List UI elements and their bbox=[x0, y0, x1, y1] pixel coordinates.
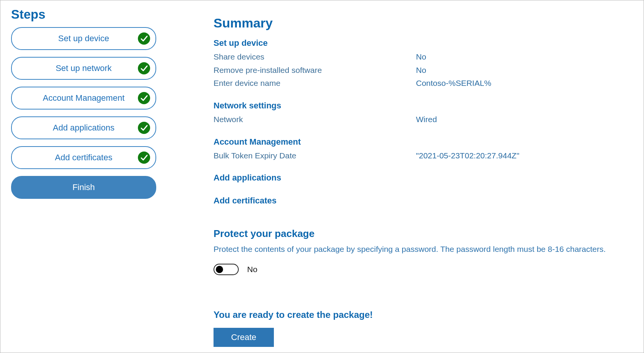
protect-toggle[interactable] bbox=[214, 264, 239, 275]
svg-point-1 bbox=[138, 62, 150, 74]
steps-heading: Steps bbox=[11, 7, 156, 22]
section-heading-device: Set up device bbox=[214, 38, 633, 48]
summary-key: Bulk Token Expiry Date bbox=[214, 149, 416, 163]
step-add-applications[interactable]: Add applications bbox=[11, 116, 156, 139]
summary-key: Enter device name bbox=[214, 77, 416, 90]
summary-key: Network bbox=[214, 113, 416, 126]
toggle-knob bbox=[216, 266, 223, 273]
step-add-certificates[interactable]: Add certificates bbox=[11, 146, 156, 169]
svg-point-2 bbox=[138, 92, 150, 104]
svg-point-4 bbox=[138, 152, 150, 164]
step-set-up-device[interactable]: Set up device bbox=[11, 27, 156, 50]
step-account-management[interactable]: Account Management bbox=[11, 87, 156, 110]
summary-key: Share devices bbox=[214, 50, 416, 64]
steps-panel: Steps Set up device Set up network Accou… bbox=[11, 7, 156, 346]
summary-row-token-expiry: Bulk Token Expiry Date "2021-05-23T02:20… bbox=[214, 149, 633, 163]
protect-toggle-label: No bbox=[247, 265, 257, 274]
summary-row-share-devices: Share devices No bbox=[214, 50, 633, 64]
summary-value: No bbox=[416, 64, 426, 77]
summary-value: Contoso-%SERIAL% bbox=[416, 77, 491, 90]
section-heading-network: Network settings bbox=[214, 101, 633, 111]
step-finish[interactable]: Finish bbox=[11, 176, 156, 199]
protect-heading: Protect your package bbox=[214, 228, 633, 240]
step-label: Finish bbox=[73, 182, 95, 192]
step-label: Set up device bbox=[58, 34, 109, 43]
checkmark-icon bbox=[138, 122, 150, 134]
protect-description: Protect the contents of your package by … bbox=[214, 243, 633, 255]
summary-value: "2021-05-23T02:20:27.944Z" bbox=[416, 149, 519, 163]
summary-value: No bbox=[416, 50, 426, 64]
summary-heading: Summary bbox=[214, 16, 633, 31]
section-heading-account: Account Management bbox=[214, 137, 633, 147]
step-label: Add certificates bbox=[55, 153, 112, 162]
create-button[interactable]: Create bbox=[214, 328, 274, 347]
summary-value: Wired bbox=[416, 113, 437, 126]
protect-toggle-row: No bbox=[214, 264, 633, 275]
ready-text: You are ready to create the package! bbox=[214, 309, 633, 320]
section-heading-apps: Add applications bbox=[214, 173, 633, 183]
checkmark-icon bbox=[138, 92, 150, 104]
step-set-up-network[interactable]: Set up network bbox=[11, 57, 156, 80]
step-label: Account Management bbox=[43, 93, 125, 103]
section-heading-certs: Add certificates bbox=[214, 196, 633, 206]
checkmark-icon bbox=[138, 62, 150, 74]
checkmark-icon bbox=[138, 32, 150, 45]
summary-key: Remove pre-installed software bbox=[214, 64, 416, 77]
step-label: Set up network bbox=[56, 63, 112, 73]
summary-row-device-name: Enter device name Contoso-%SERIAL% bbox=[214, 77, 633, 90]
step-label: Add applications bbox=[53, 123, 114, 132]
summary-row-network: Network Wired bbox=[214, 113, 633, 126]
svg-point-0 bbox=[138, 32, 150, 45]
checkmark-icon bbox=[138, 152, 150, 164]
summary-panel: Summary Set up device Share devices No R… bbox=[214, 7, 633, 346]
svg-point-3 bbox=[138, 122, 150, 134]
summary-row-remove-software: Remove pre-installed software No bbox=[214, 64, 633, 77]
